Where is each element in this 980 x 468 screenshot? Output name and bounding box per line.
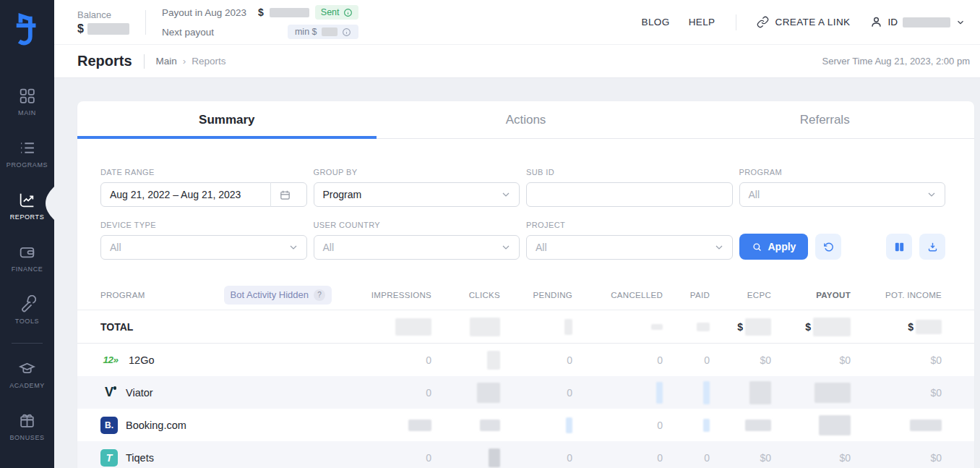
app-root: MAIN PROGRAMS REPORTS FINANCE — [0, 0, 980, 468]
redacted-value — [697, 323, 710, 331]
column-header-paid[interactable]: PAID — [663, 291, 710, 299]
program-name: Booking.com — [126, 420, 186, 431]
page-header: Reports Main › Reports Server Time Aug 2… — [54, 45, 980, 78]
chevron-down-icon — [955, 17, 966, 27]
column-header-payout[interactable]: PAYOUT — [771, 291, 851, 299]
table-cell: 0 — [500, 452, 572, 464]
table-row-12go[interactable]: 12»12Go0000$0$0$0 — [77, 344, 974, 376]
redacted-value — [651, 324, 663, 330]
sidebar-item-main[interactable]: MAIN — [0, 87, 54, 120]
redacted-value — [477, 383, 500, 403]
table-cell — [663, 323, 710, 331]
sidebar-item-finance[interactable]: FINANCE — [0, 243, 54, 276]
table-body: 12»12Go0000$0$0$0VViator00$0B.Booking.co… — [77, 344, 974, 468]
sent-badge[interactable]: Sent — [315, 5, 358, 20]
download-button[interactable] — [919, 234, 945, 260]
breadcrumb-main[interactable]: Main — [156, 56, 177, 67]
balance-block: Balance $ — [77, 9, 129, 35]
table-cell — [431, 448, 500, 467]
filter-project: PROJECT All — [526, 221, 733, 260]
date-range-input[interactable]: Aug 21, 2022 – Aug 21, 2023 — [100, 182, 307, 207]
next-payout-pill[interactable]: min $ — [288, 25, 358, 39]
table-cell: $0 — [710, 452, 771, 464]
create-a-link-button[interactable]: CREATE A LINK — [757, 16, 851, 28]
project-value: All — [536, 242, 547, 253]
viator-logo: V — [100, 385, 118, 400]
sidebar-item-label: TOOLS — [15, 318, 39, 325]
wallet-icon — [18, 243, 36, 261]
sidebar: MAIN PROGRAMS REPORTS FINANCE — [0, 0, 54, 468]
balance-value-redacted — [87, 23, 129, 35]
sidebar-item-academy[interactable]: ACADEMY — [0, 359, 54, 393]
table-cell: $0 — [851, 452, 942, 464]
sub-id-field[interactable] — [526, 182, 733, 207]
question-icon[interactable]: ? — [314, 289, 325, 301]
table-cell: $0 — [710, 354, 771, 366]
sent-badge-label: Sent — [321, 7, 340, 17]
group-by-select[interactable]: Program — [314, 182, 520, 207]
sidebar-item-programs[interactable]: PROGRAMS — [0, 139, 54, 172]
table-cell: $ — [851, 320, 942, 334]
sub-id-input[interactable] — [536, 183, 725, 206]
redacted-value — [703, 419, 710, 432]
header-divider — [144, 54, 145, 69]
table-cell: 0 — [663, 354, 710, 366]
program-select[interactable]: All — [739, 182, 946, 207]
tab-referrals[interactable]: Referrals — [675, 101, 974, 138]
account-id-redacted — [903, 17, 950, 27]
table-cell — [572, 324, 663, 330]
travelpayouts-logo[interactable] — [12, 7, 43, 51]
redacted-value — [813, 318, 851, 336]
info-icon[interactable] — [342, 27, 351, 37]
column-header-ecpc[interactable]: ECPC — [710, 291, 771, 299]
payout-value-redacted — [270, 8, 309, 17]
table-total-row: TOTAL $$$ — [77, 310, 974, 344]
column-header-impressions[interactable]: IMPRESSIONS — [339, 291, 431, 299]
program-name: 12Go — [129, 354, 154, 366]
table-cell — [500, 417, 572, 433]
main-column: Balance $ Payout in Aug 2023 $ Sent — [54, 0, 980, 468]
device-type-value: All — [110, 242, 121, 253]
column-header-pending[interactable]: PENDING — [500, 291, 572, 299]
report-table: PROGRAM Bot Activity Hidden ? IMPRESSION… — [77, 280, 974, 468]
total-label: TOTAL — [100, 321, 339, 333]
apply-button[interactable]: Apply — [739, 234, 809, 260]
redacted-value — [480, 420, 500, 431]
info-icon[interactable] — [343, 8, 353, 17]
device-type-select[interactable]: All — [100, 235, 307, 260]
sidebar-item-label: PROGRAMS — [7, 161, 48, 169]
chart-icon — [18, 191, 36, 209]
column-header-program[interactable]: PROGRAM — [100, 291, 145, 299]
columns-button[interactable] — [886, 234, 912, 260]
payout-label: Payout in Aug 2023 — [162, 7, 246, 18]
reset-filters-button[interactable] — [815, 234, 841, 260]
redacted-value — [910, 420, 942, 431]
table-row-viator[interactable]: VViator00$0 — [77, 376, 974, 409]
column-header-cancelled[interactable]: CANCELLED — [572, 291, 663, 299]
column-header-clicks[interactable]: CLICKS — [431, 291, 500, 299]
redacted-value — [819, 415, 851, 435]
table-row-tiqets[interactable]: TTiqets0000$0$0$0 — [77, 441, 974, 468]
filters: DATE RANGE Aug 21, 2022 – Aug 21, 2023 G… — [77, 139, 974, 274]
account-menu[interactable]: ID — [869, 15, 966, 29]
tab-actions[interactable]: Actions — [377, 101, 676, 138]
bot-activity-pill[interactable]: Bot Activity Hidden ? — [224, 286, 332, 305]
blog-link[interactable]: BLOG — [642, 17, 670, 27]
help-link[interactable]: HELP — [689, 17, 715, 27]
redacted-value — [749, 381, 771, 404]
apply-button-label: Apply — [768, 241, 796, 252]
table-cell: 0 — [339, 354, 431, 366]
table-cell: 0 — [339, 387, 431, 399]
filter-label: USER COUNTRY — [314, 221, 520, 229]
project-select[interactable]: All — [526, 235, 733, 260]
tab-summary[interactable]: Summary — [77, 101, 377, 138]
user-country-select[interactable]: All — [314, 235, 520, 260]
table-cell — [710, 381, 771, 404]
column-header-pot-income[interactable]: POT. INCOME — [851, 291, 942, 299]
table-row-booking-com[interactable]: B.Booking.com0 — [77, 409, 974, 441]
active-item-notch — [45, 187, 54, 220]
redacted-value — [814, 383, 851, 403]
sidebar-item-tools[interactable]: TOOLS — [0, 295, 54, 328]
sidebar-item-bonuses[interactable]: BONUSES — [0, 412, 54, 445]
columns-icon — [893, 241, 906, 253]
